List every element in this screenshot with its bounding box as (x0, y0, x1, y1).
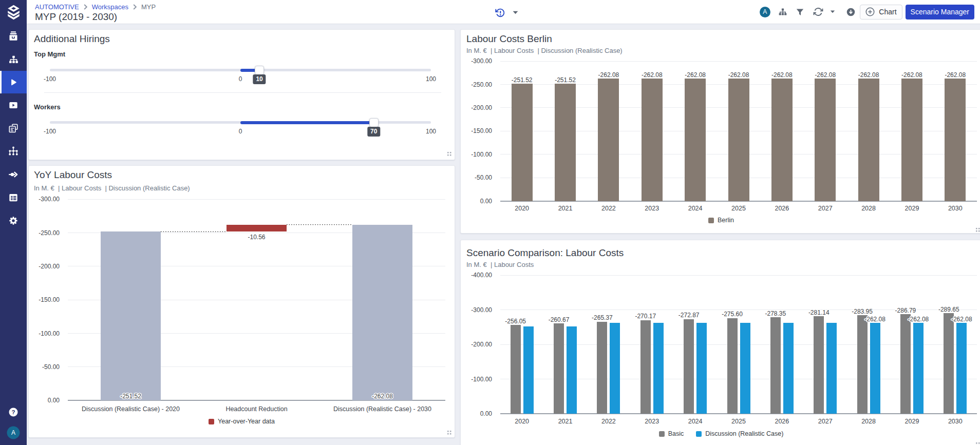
bar-berlin[interactable] (815, 79, 836, 201)
history-dropdown-button[interactable] (510, 7, 520, 17)
breadcrumb-link-workspaces[interactable]: Workspaces (92, 3, 128, 11)
bar-berlin[interactable] (598, 79, 619, 201)
sidebar-item-settings[interactable] (0, 209, 27, 232)
sidebar-item-archive[interactable] (0, 25, 27, 47)
svg-text:A: A (11, 429, 15, 436)
legend-item[interactable]: Basic (659, 430, 684, 437)
panel-labour-costs-berlin: Labour Costs Berlin In M. € | Labour Cos… (460, 29, 980, 234)
caret-down-icon (830, 10, 835, 13)
sidebar-item-tables[interactable] (0, 186, 27, 209)
avatar-badge: A (760, 7, 770, 17)
resize-handle-icon[interactable] (447, 152, 451, 156)
bar-basic[interactable] (814, 316, 824, 414)
slider-tick-label: -100 (44, 128, 56, 135)
bar-discussion-realistic-case-[interactable] (523, 326, 534, 414)
bar-basic[interactable] (770, 317, 781, 414)
slider-tick-label: 0 (239, 128, 242, 135)
x-category-label: 2022 (601, 205, 616, 212)
bar-berlin[interactable] (858, 79, 879, 201)
bar-value-label: -281.14 (808, 309, 830, 316)
x-category-label: 2020 (515, 418, 529, 425)
bar-berlin[interactable] (945, 79, 966, 201)
waterfall-bar[interactable] (101, 231, 161, 400)
add-chart-label: Chart (879, 8, 896, 16)
refresh-dropdown-button[interactable] (828, 7, 837, 17)
sidebar-item-drivers[interactable] (0, 163, 27, 186)
bar-berlin[interactable] (728, 79, 749, 201)
bar-value-label: -262.08 (598, 71, 619, 79)
download-button[interactable] (844, 6, 857, 18)
bar-basic[interactable] (597, 322, 607, 414)
bar-discussion-realistic-case-[interactable] (870, 323, 880, 414)
add-chart-button[interactable]: Chart (860, 5, 902, 20)
resize-handle-icon[interactable] (447, 431, 451, 435)
bar-discussion-realistic-case-[interactable] (696, 323, 707, 414)
bar-discussion-realistic-case-[interactable] (610, 323, 620, 414)
berlin-chart-plot: 0.00-50.00-100.00-150.00-200.00-250.00-3… (461, 30, 980, 234)
resize-handle-icon[interactable] (976, 228, 980, 232)
bar-basic[interactable] (727, 318, 738, 414)
bar-basic[interactable] (511, 325, 521, 414)
scenario-manager-button[interactable]: Scenario Manager (906, 5, 974, 20)
bar-value-label: -262.08 (728, 71, 749, 79)
slider-workers: 70-1000100 (50, 118, 431, 127)
bar-discussion-realistic-case-[interactable] (913, 323, 924, 414)
bar-discussion-realistic-case-[interactable] (653, 323, 664, 414)
x-category-label: 2030 (948, 205, 963, 212)
bar-basic[interactable] (554, 323, 564, 414)
bar-berlin[interactable] (555, 84, 576, 201)
x-category-label: Discussion (Realistic Case) - 2030 (333, 405, 431, 413)
bar-berlin[interactable] (771, 79, 793, 201)
bar-value-label: -262.08 (901, 71, 922, 79)
bar-discussion-realistic-case-[interactable] (783, 323, 794, 414)
bar-basic[interactable] (640, 320, 651, 414)
bar-value-label: -262.08 (858, 71, 879, 79)
panel-additional-hirings: Additional Hirings Top Mgmt10-1000100Wor… (28, 29, 455, 160)
refresh-button[interactable] (812, 5, 825, 18)
legend-item[interactable]: Berlin (708, 217, 734, 224)
app-logo[interactable] (0, 3, 27, 22)
chart-legend: Year-over-Year data (29, 418, 455, 425)
bar-berlin[interactable] (642, 79, 663, 201)
legend-item[interactable]: Discussion (Realistic Case) (696, 430, 783, 437)
history-restore-button[interactable] (493, 6, 506, 19)
bar-berlin[interactable] (901, 79, 922, 201)
sidebar-item-simulation[interactable] (0, 71, 27, 93)
video-play-icon (8, 100, 19, 111)
slider-thumb[interactable] (369, 118, 379, 127)
app-root: ? A AUTOMOTIVE Workspaces MYP (0, 0, 980, 445)
user-avatar-button[interactable]: A (759, 6, 771, 18)
bar-basic[interactable] (900, 314, 911, 414)
bar-basic[interactable] (857, 315, 868, 414)
x-category-label: 2028 (861, 418, 876, 425)
bar-discussion-realistic-case-[interactable] (826, 323, 837, 414)
waterfall-bar[interactable] (227, 225, 287, 232)
sidebar-help-button[interactable]: ? (0, 401, 27, 423)
bar-berlin[interactable] (512, 84, 533, 201)
bar-discussion-realistic-case-[interactable] (567, 326, 577, 414)
sidebar-user-avatar[interactable]: A (0, 421, 27, 444)
bar-discussion-realistic-case-[interactable] (956, 323, 967, 414)
x-category-label: 2020 (515, 205, 529, 212)
resize-handle-icon[interactable] (976, 442, 980, 445)
slider-thumb[interactable] (255, 66, 264, 75)
bar-basic[interactable] (944, 313, 954, 414)
legend-swatch (209, 419, 214, 424)
sidebar-item-sitemap[interactable] (0, 48, 27, 70)
archive-box-icon (8, 30, 19, 42)
y-axis-tick-label: -300.00 (39, 196, 60, 203)
waterfall-bar[interactable] (352, 225, 412, 400)
y-axis-tick-label: -250.00 (39, 229, 60, 237)
model-structure-button[interactable] (777, 6, 789, 18)
breadcrumb-link-automotive[interactable]: AUTOMOTIVE (35, 3, 79, 11)
header: AUTOMOTIVE Workspaces MYP MYP (2019 - 20… (27, 0, 980, 24)
bar-basic[interactable] (684, 319, 694, 414)
sidebar-item-models[interactable] (0, 140, 27, 163)
bar-berlin[interactable] (685, 79, 706, 201)
sidebar-item-presentation[interactable] (0, 94, 27, 117)
bar-discussion-realistic-case-[interactable] (740, 323, 750, 414)
x-category-label: 2026 (775, 205, 789, 212)
legend-item[interactable]: Year-over-Year data (209, 418, 275, 425)
sidebar-item-reports[interactable] (0, 117, 27, 140)
filter-button[interactable] (794, 6, 806, 18)
